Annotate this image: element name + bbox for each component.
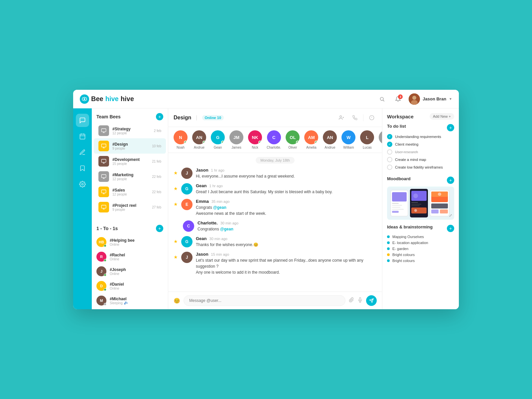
chevron-down-icon: ▼ <box>449 97 452 101</box>
channel-item[interactable]: #Development 15 people 21 feb <box>94 154 166 169</box>
dm-item[interactable]: M #Michael Sleeping 💤 <box>92 293 168 308</box>
add-todo-button[interactable]: + <box>447 124 454 131</box>
member-item[interactable]: AM Amelia <box>304 130 318 149</box>
mention: @gean <box>220 227 233 231</box>
todo-item: ✓ Understanding requirements <box>387 134 454 139</box>
svg-point-5 <box>380 97 383 100</box>
chat-channel-name: Design <box>174 115 191 121</box>
todo-checkbox[interactable] <box>387 165 392 170</box>
nav-calendar-icon[interactable] <box>76 130 89 143</box>
message-time: 30 min ago <box>220 221 238 225</box>
member-item[interactable]: OL Oliver <box>286 130 300 149</box>
attachment-icon[interactable] <box>349 297 354 304</box>
channel-item[interactable]: #Marketing 12 people 22 feb <box>94 169 166 184</box>
dm-item[interactable]: HR #Henry_robert Sleeping 💤 <box>92 308 168 309</box>
add-dm-button[interactable]: + <box>156 225 163 232</box>
expand-icon[interactable]: ⤢ <box>449 213 452 218</box>
nav-settings-icon[interactable] <box>76 178 89 191</box>
message-avatar: G <box>181 236 193 247</box>
add-new-button[interactable]: Add New + <box>430 113 454 120</box>
user-avatar <box>409 93 420 105</box>
message-text: Great! I Just became aunt this Saturday.… <box>196 189 377 195</box>
chat-messages: Monday, July 18th ★ J Jason 1 hr ago Hi,… <box>168 153 382 292</box>
channel-item[interactable]: #Design 9 people 10 feb <box>94 138 166 154</box>
user-profile[interactable]: Jason Bran ▼ <box>409 93 452 105</box>
message-text: Hi, everyone...I assume everyone had a g… <box>196 173 377 179</box>
member-item[interactable]: L Lucas <box>360 130 374 149</box>
channel-item[interactable]: #Sales 12 people 22 feb <box>94 184 166 200</box>
member-item[interactable]: JM James <box>229 130 243 149</box>
nav-bookmark-icon[interactable] <box>76 162 89 175</box>
svg-rect-56 <box>411 205 420 206</box>
idea-dot <box>387 235 390 238</box>
svg-rect-18 <box>101 144 106 147</box>
header-divider <box>363 114 363 121</box>
todo-checkbox[interactable] <box>387 149 392 155</box>
dm-item[interactable]: HB #Helping bee Online <box>92 235 168 249</box>
todo-checkbox[interactable] <box>387 157 392 162</box>
todo-label: Create a mind map <box>395 158 426 162</box>
emoji-icon[interactable]: 😊 <box>174 298 180 304</box>
message-sender: Jason <box>196 168 208 173</box>
search-button[interactable] <box>377 94 387 104</box>
member-name: Noah <box>177 146 185 149</box>
add-moodboard-button[interactable]: + <box>447 177 454 184</box>
dm-item[interactable]: R #Rachel Online <box>92 249 168 264</box>
member-item[interactable]: AN Andrue <box>323 130 337 149</box>
moodboard-image[interactable]: ⤢ <box>387 187 454 220</box>
channel-item[interactable]: #Project reel 9 people 27 feb <box>94 200 166 215</box>
member-item[interactable]: N N <box>379 130 382 149</box>
channel-name: #Sales <box>112 188 149 193</box>
member-name: William <box>343 146 354 149</box>
star-icon: ★ <box>174 201 178 207</box>
nav-pen-icon[interactable] <box>76 146 89 159</box>
member-status-dot <box>221 141 224 144</box>
add-idea-button[interactable]: + <box>447 225 454 232</box>
channel-date: 21 feb <box>152 160 161 163</box>
dm-item[interactable]: J #Joseph Online <box>92 264 168 279</box>
add-member-icon[interactable] <box>336 113 346 123</box>
svg-rect-45 <box>392 192 407 201</box>
member-status-dot <box>315 141 318 144</box>
channel-item[interactable]: #Strategy 12 people 2 feb <box>94 123 166 138</box>
star-icon: ★ <box>174 170 178 176</box>
add-team-button[interactable]: + <box>156 113 163 120</box>
channel-icon <box>98 125 109 136</box>
svg-rect-10 <box>80 134 85 139</box>
svg-rect-27 <box>101 190 106 193</box>
info-icon[interactable] <box>367 113 377 123</box>
dm-avatar: HB <box>96 237 106 247</box>
message-avatar: E <box>181 199 193 210</box>
svg-rect-48 <box>392 207 400 208</box>
member-name: Nick <box>252 146 258 149</box>
mic-icon[interactable] <box>357 297 363 304</box>
member-item[interactable]: N Noah <box>174 130 188 149</box>
todo-checkbox[interactable]: ✓ <box>387 142 392 147</box>
svg-line-6 <box>383 100 384 101</box>
right-panel: Workspace Add New + To do list + ✓ Under… <box>382 108 459 309</box>
app-window: Beehivehive 3 Jason Bran ▼ <box>73 90 459 309</box>
member-item[interactable]: NK Nick <box>248 130 262 149</box>
member-item[interactable]: G Gean <box>211 130 225 149</box>
phone-icon[interactable] <box>350 113 360 123</box>
message-sender: Jason <box>196 252 208 257</box>
dm-name: #Daniel <box>110 282 124 287</box>
todo-label: Create low fidelity wireframes <box>395 165 443 169</box>
message-sender: Emma <box>196 199 209 204</box>
svg-point-8 <box>412 96 416 100</box>
message-body: Gean 30 min ago Thanks for the wishes ev… <box>196 236 377 248</box>
message-input[interactable] <box>184 295 345 306</box>
message-sender: Gean <box>196 183 207 188</box>
ideas-title: Ideas & brainstorming <box>387 224 433 229</box>
todo-checkbox[interactable]: ✓ <box>387 134 392 139</box>
member-item[interactable]: C Charlotte. <box>267 130 281 149</box>
dm-status <box>104 244 106 247</box>
send-button[interactable] <box>366 295 377 306</box>
member-item[interactable]: AN Andrue <box>192 130 206 149</box>
channel-sub: 15 people <box>112 162 149 166</box>
dm-item[interactable]: D #Daniel Online <box>92 279 168 293</box>
notification-button[interactable]: 3 <box>393 94 403 104</box>
member-item[interactable]: W William <box>341 130 355 149</box>
nav-chat-icon[interactable] <box>76 114 89 127</box>
channel-sub: 12 people <box>112 131 151 135</box>
